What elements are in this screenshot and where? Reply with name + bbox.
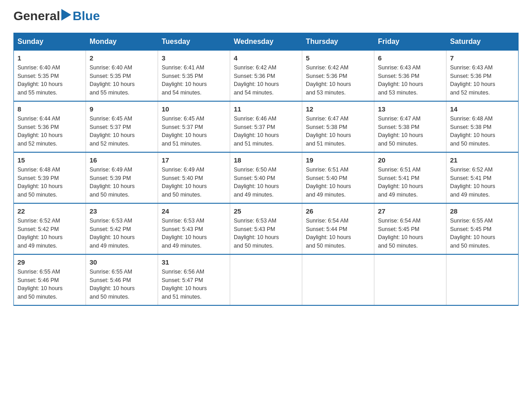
day-cell: 19 Sunrise: 6:51 AM Sunset: 5:40 PM Dayl… [302,152,374,203]
day-cell: 14 Sunrise: 6:48 AM Sunset: 5:38 PM Dayl… [446,101,519,152]
day-info: Sunrise: 6:53 AM Sunset: 5:42 PM Dayligh… [90,217,154,250]
day-number: 2 [90,54,154,62]
logo-triangle-icon [61,9,71,24]
header-cell-thursday: Thursday [302,33,374,50]
day-cell: 12 Sunrise: 6:47 AM Sunset: 5:38 PM Dayl… [302,101,374,152]
day-cell: 7 Sunrise: 6:43 AM Sunset: 5:36 PM Dayli… [446,50,519,101]
day-number: 1 [17,54,82,62]
week-row-3: 15 Sunrise: 6:48 AM Sunset: 5:39 PM Dayl… [14,152,519,203]
day-cell: 4 Sunrise: 6:42 AM Sunset: 5:36 PM Dayli… [230,50,302,101]
day-info: Sunrise: 6:47 AM Sunset: 5:38 PM Dayligh… [378,115,442,148]
day-cell: 5 Sunrise: 6:42 AM Sunset: 5:36 PM Dayli… [302,50,374,101]
day-info: Sunrise: 6:51 AM Sunset: 5:40 PM Dayligh… [306,166,370,199]
day-number: 25 [234,207,298,215]
day-info: Sunrise: 6:53 AM Sunset: 5:43 PM Dayligh… [162,217,226,250]
svg-marker-0 [61,9,71,21]
day-cell: 1 Sunrise: 6:40 AM Sunset: 5:35 PM Dayli… [14,50,86,101]
day-number: 12 [306,105,370,113]
day-info: Sunrise: 6:54 AM Sunset: 5:44 PM Dayligh… [306,217,370,250]
day-number: 4 [234,54,298,62]
day-cell: 17 Sunrise: 6:49 AM Sunset: 5:40 PM Dayl… [158,152,230,203]
day-number: 5 [306,54,370,62]
day-number: 17 [162,156,226,164]
day-cell: 8 Sunrise: 6:44 AM Sunset: 5:36 PM Dayli… [14,101,86,152]
day-info: Sunrise: 6:49 AM Sunset: 5:39 PM Dayligh… [90,166,154,199]
calendar-body: 1 Sunrise: 6:40 AM Sunset: 5:35 PM Dayli… [14,50,519,305]
day-cell: 22 Sunrise: 6:52 AM Sunset: 5:42 PM Dayl… [14,203,86,254]
day-number: 22 [17,207,82,215]
day-info: Sunrise: 6:52 AM Sunset: 5:42 PM Dayligh… [17,217,82,250]
day-cell: 11 Sunrise: 6:46 AM Sunset: 5:37 PM Dayl… [230,101,302,152]
day-cell: 13 Sunrise: 6:47 AM Sunset: 5:38 PM Dayl… [374,101,446,152]
logo-general-text: General [13,9,60,23]
day-info: Sunrise: 6:55 AM Sunset: 5:45 PM Dayligh… [450,217,515,250]
day-cell [374,254,446,305]
day-number: 6 [378,54,442,62]
day-number: 29 [17,258,82,266]
header-row: SundayMondayTuesdayWednesdayThursdayFrid… [14,33,519,50]
day-info: Sunrise: 6:47 AM Sunset: 5:38 PM Dayligh… [306,115,370,148]
day-info: Sunrise: 6:51 AM Sunset: 5:41 PM Dayligh… [378,166,442,199]
day-cell: 3 Sunrise: 6:41 AM Sunset: 5:35 PM Dayli… [158,50,230,101]
day-number: 13 [378,105,442,113]
calendar-header: SundayMondayTuesdayWednesdayThursdayFrid… [14,33,519,50]
day-number: 28 [450,207,515,215]
header-cell-saturday: Saturday [446,33,519,50]
day-number: 18 [234,156,298,164]
day-number: 26 [306,207,370,215]
calendar-table: SundayMondayTuesdayWednesdayThursdayFrid… [13,33,519,306]
page-header: General Blue [13,9,519,24]
header-cell-tuesday: Tuesday [158,33,230,50]
day-info: Sunrise: 6:54 AM Sunset: 5:45 PM Dayligh… [378,217,442,250]
day-info: Sunrise: 6:43 AM Sunset: 5:36 PM Dayligh… [378,64,442,97]
day-cell: 20 Sunrise: 6:51 AM Sunset: 5:41 PM Dayl… [374,152,446,203]
day-info: Sunrise: 6:40 AM Sunset: 5:35 PM Dayligh… [17,64,82,97]
day-info: Sunrise: 6:55 AM Sunset: 5:46 PM Dayligh… [90,268,154,301]
day-number: 8 [17,105,82,113]
day-number: 30 [90,258,154,266]
day-cell: 16 Sunrise: 6:49 AM Sunset: 5:39 PM Dayl… [86,152,158,203]
day-cell: 26 Sunrise: 6:54 AM Sunset: 5:44 PM Dayl… [302,203,374,254]
logo-wordmark: General Blue [13,9,100,24]
header-cell-wednesday: Wednesday [230,33,302,50]
day-cell: 27 Sunrise: 6:54 AM Sunset: 5:45 PM Dayl… [374,203,446,254]
day-cell [302,254,374,305]
week-row-2: 8 Sunrise: 6:44 AM Sunset: 5:36 PM Dayli… [14,101,519,152]
day-info: Sunrise: 6:44 AM Sunset: 5:36 PM Dayligh… [17,115,82,148]
week-row-1: 1 Sunrise: 6:40 AM Sunset: 5:35 PM Dayli… [14,50,519,101]
day-cell: 6 Sunrise: 6:43 AM Sunset: 5:36 PM Dayli… [374,50,446,101]
day-number: 16 [90,156,154,164]
day-number: 27 [378,207,442,215]
day-cell: 29 Sunrise: 6:55 AM Sunset: 5:46 PM Dayl… [14,254,86,305]
logo-blue-text: Blue [73,9,100,23]
day-cell [446,254,519,305]
day-info: Sunrise: 6:53 AM Sunset: 5:43 PM Dayligh… [234,217,298,250]
day-cell: 30 Sunrise: 6:55 AM Sunset: 5:46 PM Dayl… [86,254,158,305]
day-info: Sunrise: 6:42 AM Sunset: 5:36 PM Dayligh… [306,64,370,97]
week-row-5: 29 Sunrise: 6:55 AM Sunset: 5:46 PM Dayl… [14,254,519,305]
day-number: 15 [17,156,82,164]
day-number: 19 [306,156,370,164]
day-cell: 23 Sunrise: 6:53 AM Sunset: 5:42 PM Dayl… [86,203,158,254]
day-info: Sunrise: 6:49 AM Sunset: 5:40 PM Dayligh… [162,166,226,199]
day-number: 9 [90,105,154,113]
day-info: Sunrise: 6:48 AM Sunset: 5:39 PM Dayligh… [17,166,82,199]
day-cell: 25 Sunrise: 6:53 AM Sunset: 5:43 PM Dayl… [230,203,302,254]
day-info: Sunrise: 6:43 AM Sunset: 5:36 PM Dayligh… [450,64,515,97]
day-info: Sunrise: 6:45 AM Sunset: 5:37 PM Dayligh… [90,115,154,148]
day-number: 3 [162,54,226,62]
day-number: 10 [162,105,226,113]
day-info: Sunrise: 6:52 AM Sunset: 5:41 PM Dayligh… [450,166,515,199]
day-cell: 18 Sunrise: 6:50 AM Sunset: 5:40 PM Dayl… [230,152,302,203]
day-info: Sunrise: 6:45 AM Sunset: 5:37 PM Dayligh… [162,115,226,148]
day-info: Sunrise: 6:41 AM Sunset: 5:35 PM Dayligh… [162,64,226,97]
day-info: Sunrise: 6:40 AM Sunset: 5:35 PM Dayligh… [90,64,154,97]
day-number: 21 [450,156,515,164]
header-cell-sunday: Sunday [14,33,86,50]
day-cell: 21 Sunrise: 6:52 AM Sunset: 5:41 PM Dayl… [446,152,519,203]
day-cell: 10 Sunrise: 6:45 AM Sunset: 5:37 PM Dayl… [158,101,230,152]
day-number: 11 [234,105,298,113]
day-info: Sunrise: 6:56 AM Sunset: 5:47 PM Dayligh… [162,268,226,301]
day-number: 14 [450,105,515,113]
day-info: Sunrise: 6:55 AM Sunset: 5:46 PM Dayligh… [17,268,82,301]
